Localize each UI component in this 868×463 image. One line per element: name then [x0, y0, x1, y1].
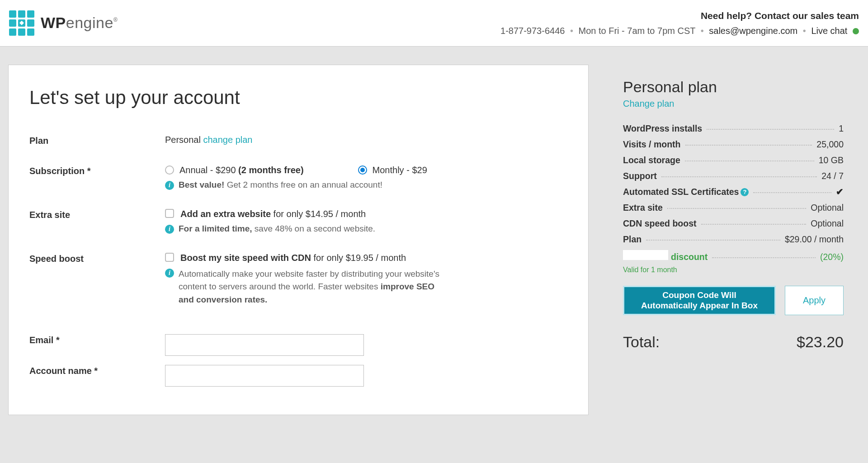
plan-label: Plan	[29, 135, 165, 146]
detail-plan-label: Plan	[623, 234, 642, 245]
apply-coupon-button[interactable]: Apply	[785, 286, 844, 316]
brand-logo: WPengine®	[9, 10, 118, 36]
speed-boost-label: Speed boost	[29, 253, 165, 264]
plan-summary-title: Personal plan	[623, 78, 844, 96]
detail-visits-value: 25,000	[816, 139, 844, 150]
speed-boost-checkbox[interactable]	[165, 253, 174, 262]
email-field[interactable]	[165, 334, 364, 356]
detail-extra-value: Optional	[811, 203, 844, 213]
account-name-label: Account name *	[29, 365, 165, 376]
detail-installs-value: 1	[839, 123, 844, 134]
discount-valid-note: Valid for 1 month	[623, 266, 844, 274]
sidebar-change-plan-link[interactable]: Change plan	[623, 99, 674, 109]
brand-name: WPengine®	[41, 14, 118, 32]
detail-storage-label: Local storage	[623, 155, 680, 165]
info-icon: i	[165, 181, 174, 190]
account-setup-card: Let's set up your account Plan Personal …	[8, 65, 589, 416]
subscription-annual-radio[interactable]	[165, 165, 174, 175]
speed-boost-description: Automatically make your website faster b…	[179, 268, 450, 307]
detail-visits-label: Visits / month	[623, 139, 681, 150]
page-title: Let's set up your account	[29, 87, 567, 109]
info-icon: i	[165, 269, 174, 278]
subscription-annual-label[interactable]: Annual - $290 (2 months free)	[179, 165, 304, 175]
detail-discount-label: discount	[671, 252, 708, 262]
detail-storage-value: 10 GB	[819, 155, 844, 165]
detail-ssl-label: Automated SSL Certificates?	[623, 187, 749, 197]
header-contact: Need help? Contact our sales team 1-877-…	[500, 8, 859, 38]
help-heading: Need help? Contact our sales team	[500, 8, 859, 24]
detail-installs-label: WordPress installs	[623, 123, 702, 134]
subscription-monthly-label[interactable]: Monthly - $29	[373, 165, 427, 175]
extra-site-info-text: For a limited time, save 48% on a second…	[179, 224, 375, 234]
speed-boost-option-label[interactable]: Boost my site speed with CDN for only $1…	[180, 253, 406, 263]
extra-site-label: Extra site	[29, 209, 165, 220]
change-plan-link[interactable]: change plan	[203, 135, 253, 145]
coupon-code-input[interactable]: Coupon Code Will Automatically Appear In…	[623, 286, 776, 316]
detail-extra-label: Extra site	[623, 203, 663, 213]
contact-hours: Mon to Fri - 7am to 7pm CST	[579, 26, 696, 36]
logo-icon	[9, 10, 34, 36]
total-value: $23.20	[797, 333, 844, 351]
coupon-code-mask	[623, 250, 668, 260]
detail-discount-value: (20%)	[820, 252, 844, 262]
live-chat-status-icon	[853, 28, 859, 34]
app-header: WPengine® Need help? Contact our sales t…	[0, 0, 868, 47]
plan-value: Personal	[165, 135, 201, 145]
subscription-info-text: Best value! Get 2 months free on an annu…	[179, 180, 382, 190]
detail-cdn-value: Optional	[811, 218, 844, 229]
subscription-label: Subscription *	[29, 165, 165, 176]
info-icon: i	[165, 225, 174, 234]
email-label: Email *	[29, 334, 165, 345]
help-icon[interactable]: ?	[741, 188, 749, 196]
contact-email-link[interactable]: sales@wpengine.com	[709, 26, 797, 36]
plan-summary-sidebar: Personal plan Change plan WordPress inst…	[607, 65, 860, 351]
contact-phone: 1-877-973-6446	[500, 26, 565, 36]
total-label: Total:	[623, 333, 660, 351]
extra-site-option-label[interactable]: Add an extra website for only $14.95 / m…	[180, 209, 366, 219]
subscription-monthly-radio[interactable]	[358, 165, 367, 175]
account-name-field[interactable]	[165, 365, 364, 387]
detail-cdn-label: CDN speed boost	[623, 218, 697, 229]
extra-site-checkbox[interactable]	[165, 209, 174, 218]
detail-support-label: Support	[623, 171, 657, 181]
check-icon	[836, 187, 844, 197]
detail-support-value: 24 / 7	[821, 171, 844, 181]
live-chat-link[interactable]: Live chat	[811, 26, 847, 36]
detail-plan-value: $29.00 / month	[785, 234, 844, 245]
